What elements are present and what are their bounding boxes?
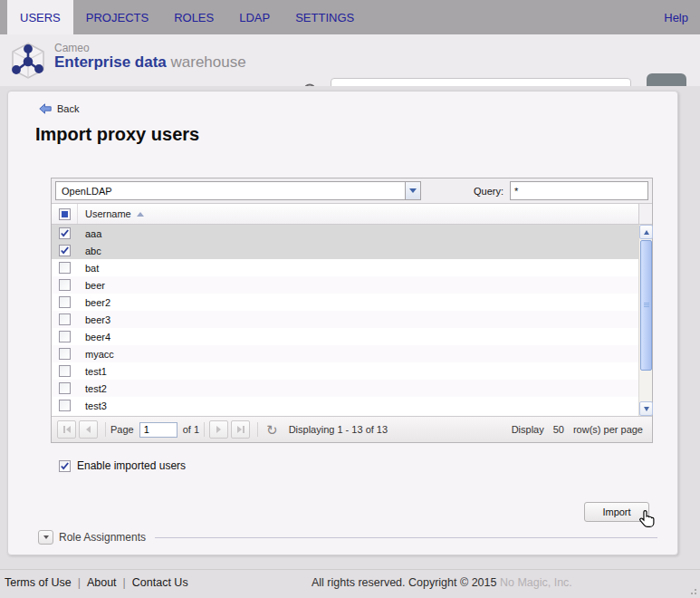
company-link[interactable]: No Magic, Inc. [500, 576, 572, 589]
row-checkbox[interactable] [59, 245, 71, 256]
first-page-arrow-icon [66, 426, 71, 433]
display-label: Display [512, 424, 544, 435]
scroll-down-icon [644, 407, 649, 411]
row-checkbox-cell [52, 328, 78, 345]
query-input[interactable] [510, 181, 648, 200]
pager-separator [257, 422, 258, 437]
last-page-button[interactable] [231, 420, 250, 439]
grid-rows: aaaabcbatbeerbeer2beer3beer4myacctest1te… [52, 225, 652, 414]
last-page-arrow-icon [237, 426, 242, 433]
resize-grip-icon [695, 593, 696, 594]
page-number-input[interactable] [139, 422, 177, 438]
import-button[interactable]: Import [584, 502, 649, 522]
footer-link-contact-us[interactable]: Contact Us [132, 576, 188, 589]
row-checkbox[interactable] [59, 313, 71, 325]
row-checkbox[interactable] [59, 382, 71, 394]
nav-tab-ldap[interactable]: LDAP [226, 0, 283, 34]
row-checkbox[interactable] [59, 279, 71, 291]
column-header-username[interactable]: Username [78, 204, 638, 224]
copyright-text: All rights reserved. Copyright © 2015 No… [312, 576, 572, 589]
header-spacer [638, 204, 652, 224]
enable-imported-checkbox[interactable] [59, 460, 71, 472]
enable-imported-users-option: Enable imported users [59, 459, 186, 472]
displaying-status: Displaying 1 - 13 of 13 [289, 424, 388, 435]
footer-link-terms-of-use[interactable]: Terms of Use [5, 576, 72, 589]
vertical-scrollbar[interactable] [638, 225, 652, 416]
app-logo-icon[interactable] [7, 40, 49, 82]
footer-link-about[interactable]: About [87, 576, 117, 589]
page-footer: Terms of Use|About|Contact Us All rights… [0, 569, 700, 598]
row-checkbox[interactable] [59, 331, 71, 342]
last-page-bar-icon [243, 426, 245, 433]
table-row[interactable]: beer2 [52, 294, 652, 311]
scrollbar-up-button[interactable] [639, 225, 653, 239]
row-checkbox[interactable] [59, 365, 71, 377]
nav-tab-users[interactable]: USERS [7, 0, 73, 34]
row-checkbox[interactable] [59, 296, 71, 308]
page-size-value[interactable]: 50 [553, 424, 564, 435]
next-page-button[interactable] [209, 420, 228, 439]
copyright-label: All rights reserved. Copyright © 2015 [312, 576, 496, 589]
scrollbar-down-button[interactable] [639, 401, 653, 416]
select-all-checkbox[interactable] [59, 208, 71, 220]
app-header: Cameo Enterprise data warehouse [0, 34, 700, 86]
role-assignments-toggle-button[interactable] [38, 530, 53, 545]
nav-tab-projects[interactable]: PROJECTS [73, 0, 161, 34]
previous-page-icon [86, 426, 91, 433]
row-checkbox[interactable] [59, 227, 71, 239]
previous-page-button[interactable] [79, 420, 98, 439]
nav-tab-roles[interactable]: ROLES [161, 0, 226, 34]
row-checkbox-cell [52, 242, 78, 259]
section-divider-line [155, 537, 657, 538]
row-checkbox[interactable] [59, 348, 71, 360]
row-checkbox-cell [52, 311, 78, 328]
next-page-icon [216, 426, 221, 433]
back-link[interactable]: Back [39, 103, 79, 114]
table-row[interactable]: test2 [52, 380, 652, 397]
refresh-icon[interactable]: ↻ [266, 423, 278, 437]
ldap-server-select[interactable]: OpenLDAP [55, 181, 421, 200]
table-row[interactable]: test1 [52, 362, 652, 380]
username-cell: aaa [78, 228, 101, 239]
username-cell: test1 [78, 366, 107, 377]
brand-text: Cameo Enterprise data warehouse [54, 43, 246, 72]
table-row[interactable]: beer4 [52, 328, 652, 345]
username-cell: beer2 [78, 297, 110, 308]
nav-tab-settings[interactable]: SETTINGS [283, 0, 367, 34]
grid-body: aaaabcbatbeerbeer2beer3beer4myacctest1te… [52, 225, 652, 416]
table-row[interactable]: test3 [52, 397, 652, 414]
username-cell: beer [78, 280, 105, 291]
table-row[interactable]: aaa [52, 225, 652, 242]
table-row[interactable]: beer [52, 276, 652, 294]
row-checkbox-cell [52, 362, 78, 380]
back-arrow-icon [39, 103, 52, 114]
username-cell: beer3 [78, 314, 110, 325]
row-checkbox[interactable] [59, 400, 71, 411]
table-row[interactable]: bat [52, 259, 652, 276]
row-checkbox[interactable] [59, 262, 71, 274]
per-page-label: row(s) per page [573, 424, 643, 435]
table-row[interactable]: myacc [52, 345, 652, 362]
table-row[interactable]: beer3 [52, 311, 652, 328]
brand-line2: Enterprise data warehouse [54, 54, 246, 72]
role-assignments-label: Role Assignments [59, 531, 146, 544]
footer-separator: | [123, 576, 126, 589]
first-page-button[interactable] [57, 420, 76, 439]
content-card: Back Import proxy users OpenLDAP Query: … [7, 91, 678, 555]
back-label: Back [57, 103, 79, 114]
row-checkbox-cell [52, 276, 78, 294]
row-checkbox-cell [52, 397, 78, 414]
main-area: Back Import proxy users OpenLDAP Query: … [0, 86, 700, 569]
table-row[interactable]: abc [52, 242, 652, 259]
scrollbar-thumb[interactable] [640, 240, 652, 371]
page-count-label: of 1 [183, 424, 199, 435]
help-link[interactable]: Help [652, 0, 700, 34]
username-cell: test3 [78, 400, 107, 411]
grid-header-row: Username [52, 204, 652, 225]
footer-separator: | [78, 576, 81, 589]
row-checkbox-cell [52, 225, 78, 242]
row-checkbox-cell [52, 380, 78, 397]
select-dropdown-button[interactable] [405, 182, 420, 199]
select-all-cell [52, 204, 78, 224]
check-icon [60, 246, 70, 256]
